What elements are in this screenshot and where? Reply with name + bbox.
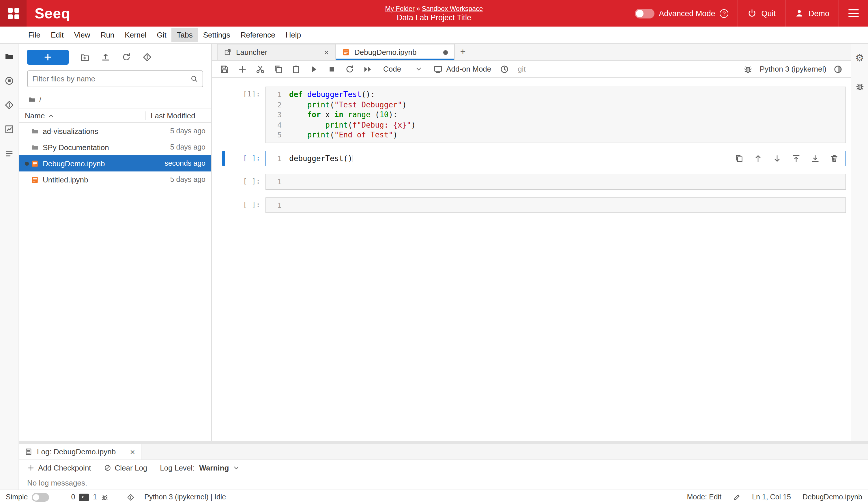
git-clone-button[interactable] — [143, 53, 152, 62]
user-menu[interactable]: Demo — [785, 0, 839, 27]
terminal-count[interactable]: 0 — [71, 493, 75, 501]
move-cell-down-button[interactable] — [773, 154, 782, 163]
delete-cell-button[interactable] — [830, 154, 839, 163]
restart-kernel-button[interactable] — [345, 64, 354, 74]
menu-icon — [848, 9, 859, 17]
cell-collapser[interactable] — [222, 86, 225, 143]
menu-tabs[interactable]: Tabs — [172, 28, 198, 42]
menu-kernel[interactable]: Kernel — [120, 28, 152, 42]
interrupt-kernel-button[interactable] — [327, 64, 337, 74]
cut-cell-button[interactable] — [256, 64, 265, 74]
copy-cell-button[interactable] — [273, 64, 283, 74]
clear-log-button[interactable]: Clear Log — [104, 464, 147, 472]
file-row-ad-visualizations[interactable]: ad-visualizations 5 days ago — [19, 123, 211, 139]
advanced-mode-toggle[interactable] — [634, 8, 654, 18]
tab-debugdemo-notebook[interactable]: DebugDemo.ipynb — [336, 44, 455, 60]
insert-cell-above-button[interactable] — [792, 154, 800, 163]
save-button[interactable] — [220, 64, 229, 74]
seeq-logo: Seeq — [35, 5, 70, 22]
insert-cell-button[interactable] — [238, 64, 247, 74]
sort-by-modified-header[interactable]: Last Modified — [145, 111, 205, 120]
menu-help[interactable]: Help — [280, 28, 307, 42]
cell-collapser[interactable] — [222, 151, 225, 166]
add-checkpoint-button[interactable]: Add Checkpoint — [27, 464, 91, 472]
close-icon[interactable]: × — [130, 448, 135, 456]
git-toolbar-label[interactable]: git — [518, 65, 526, 73]
log-level-dropdown[interactable]: Warning — [199, 464, 240, 472]
restart-run-all-button[interactable] — [363, 64, 372, 74]
code-editor[interactable]: 12345 def debuggerTest(): print("Test De… — [266, 86, 846, 143]
run-cell-button[interactable] — [309, 64, 319, 74]
git-tab-button[interactable] — [4, 101, 14, 110]
property-inspector-tab-button[interactable]: ⚙ — [855, 53, 864, 63]
breadcrumb: My Folder » Sandbox Workspace — [385, 5, 483, 12]
active-file-name[interactable]: DebugDemo.ipynb — [803, 493, 862, 501]
new-launcher-button[interactable] — [27, 50, 69, 65]
file-browser-breadcrumb[interactable]: / — [19, 93, 211, 109]
running-kernels-icon — [4, 76, 14, 85]
line-numbers: 1 — [266, 174, 287, 189]
paste-cell-button[interactable] — [291, 64, 301, 74]
help-icon[interactable]: ? — [720, 9, 728, 18]
code-editor[interactable]: 1 — [266, 197, 846, 213]
move-cell-up-button[interactable] — [754, 154, 762, 163]
breadcrumb-my-folder-link[interactable]: My Folder — [385, 5, 415, 12]
file-row-untitled[interactable]: Untitled.ipynb 5 days ago — [19, 172, 211, 188]
breadcrumb-workspace-link[interactable]: Sandbox Workspace — [422, 5, 483, 12]
menu-reference[interactable]: Reference — [236, 28, 280, 42]
debugger-button[interactable] — [744, 64, 753, 74]
kernel-status-icon[interactable] — [833, 64, 843, 74]
kernel-count[interactable]: 1 — [93, 493, 97, 501]
cell-collapser[interactable] — [222, 197, 225, 213]
menu-view[interactable]: View — [69, 28, 95, 42]
duplicate-cell-button[interactable] — [735, 154, 743, 163]
cell-collapser[interactable] — [222, 174, 225, 190]
git-icon[interactable] — [127, 493, 134, 501]
menu-settings[interactable]: Settings — [198, 28, 236, 42]
code-editor[interactable]: 1 debuggerTest() — [266, 151, 846, 166]
execution-prompt: [ ]: — [225, 151, 266, 166]
file-browser-tab-button[interactable] — [4, 52, 14, 61]
insert-cell-below-button[interactable] — [811, 154, 819, 163]
new-tab-button[interactable]: + — [455, 44, 471, 60]
new-folder-button[interactable] — [80, 53, 90, 62]
menu-edit[interactable]: Edit — [45, 28, 69, 42]
upload-button[interactable] — [101, 53, 110, 62]
menu-run[interactable]: Run — [95, 28, 120, 42]
menu-git[interactable]: Git — [152, 28, 172, 42]
app-body: / Name Last Modified ad-visualizations — [0, 44, 868, 490]
refresh-button[interactable] — [122, 53, 131, 62]
checkpoint-history-button[interactable] — [500, 64, 509, 74]
tab-launcher[interactable]: Launcher × — [217, 44, 336, 60]
code-editor[interactable]: 1 — [266, 174, 846, 190]
kernel-name[interactable]: Python 3 (ipykernel) — [760, 65, 826, 73]
table-of-contents-tab-button[interactable] — [4, 149, 14, 158]
kernel-status-text[interactable]: Python 3 (ipykernel) | Idle — [144, 493, 226, 501]
save-icon — [220, 64, 229, 74]
chart-extension-tab-button[interactable] — [4, 125, 14, 134]
clock-icon — [500, 64, 509, 74]
addon-mode-button[interactable]: Add-on Mode — [433, 64, 491, 74]
file-row-debugdemo[interactable]: DebugDemo.ipynb seconds ago — [19, 155, 211, 172]
notebook-mode-indicator[interactable]: Mode: Edit — [687, 493, 722, 501]
simple-mode-toggle[interactable] — [32, 493, 49, 501]
log-level-control: Log Level: Warning — [160, 464, 240, 472]
execution-prompt: [1]: — [225, 86, 266, 143]
unsaved-changes-dot[interactable] — [443, 50, 448, 54]
debugger-tab-button[interactable] — [855, 82, 864, 91]
apps-grid-button[interactable] — [0, 0, 27, 27]
bug-icon[interactable] — [101, 493, 108, 501]
cell-type-dropdown[interactable]: Code — [381, 63, 425, 74]
cursor-position[interactable]: Ln 1, Col 15 — [752, 493, 791, 501]
running-kernels-tab-button[interactable] — [4, 76, 14, 85]
file-row-spy-documentation[interactable]: SPy Documentation 5 days ago — [19, 139, 211, 155]
sort-by-name-header[interactable]: Name — [25, 111, 145, 120]
header-menu-button[interactable] — [839, 0, 868, 27]
file-name: Untitled.ipynb — [43, 175, 88, 184]
close-icon[interactable]: × — [324, 48, 329, 56]
quit-button[interactable]: Quit — [737, 0, 785, 27]
menu-file[interactable]: File — [23, 28, 45, 42]
file-modified: 5 days ago — [170, 175, 205, 184]
log-tab[interactable]: Log: DebugDemo.ipynb × — [19, 444, 142, 460]
filter-files-input[interactable] — [32, 74, 190, 83]
